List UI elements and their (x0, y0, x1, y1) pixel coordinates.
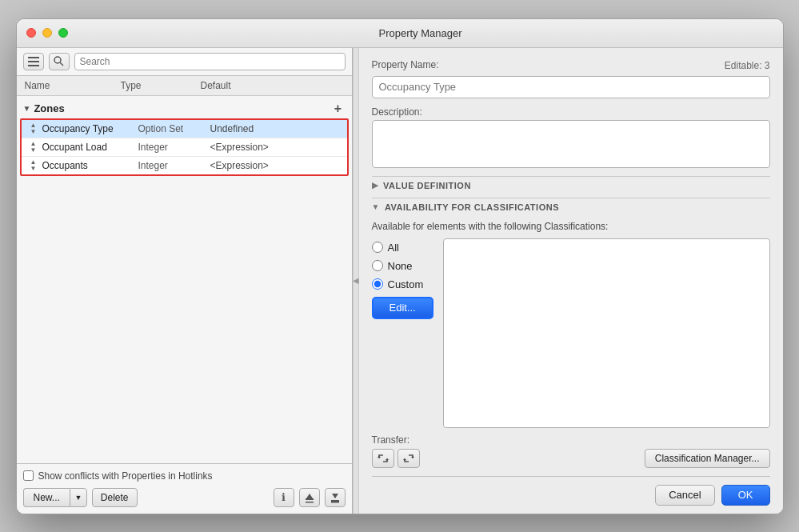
window-title: Property Manager (68, 27, 773, 39)
transfer-label: Transfer: (372, 434, 770, 446)
search-input[interactable] (74, 53, 346, 70)
svg-line-4 (60, 62, 63, 66)
property-type-cell: Integer (138, 160, 210, 171)
property-name-cell: Occupancy Type (42, 123, 138, 134)
description-textarea[interactable] (372, 120, 770, 168)
group-label: Zones (34, 102, 330, 114)
radio-none-label: None (388, 260, 413, 272)
show-conflicts-row: Show conflicts with Properties in Hotlin… (23, 470, 346, 482)
right-panel: Property Name: Editable: 3 Description: … (359, 48, 783, 514)
radio-edit-group: All None Custom Edit... (372, 238, 433, 428)
classifications-box (443, 238, 770, 428)
property-default-cell: Undefined (210, 123, 344, 134)
new-button-group: New... ▼ (23, 488, 87, 507)
svg-point-3 (54, 57, 61, 63)
radio-group: All None Custom (372, 238, 433, 290)
availability-layout: All None Custom Edit... (372, 238, 770, 428)
add-property-button[interactable]: + (331, 102, 346, 116)
property-manager-window: Property Manager (16, 18, 784, 514)
availability-arrow-icon: ▼ (372, 202, 380, 211)
transfer-up-left-button[interactable] (372, 449, 394, 468)
sort-arrows-icon: ▲ ▼ (25, 159, 42, 172)
cancel-button[interactable]: Cancel (655, 485, 714, 506)
sort-arrows-icon: ▲ ▼ (25, 141, 42, 154)
property-type-cell: Option Set (138, 123, 210, 134)
description-label: Description: (372, 106, 770, 118)
left-toolbar (17, 48, 352, 76)
property-name-input[interactable] (372, 76, 770, 98)
show-conflicts-label: Show conflicts with Properties in Hotlin… (38, 470, 213, 482)
availability-section-header[interactable]: ▼ AVAILABILITY FOR CLASSIFICATIONS (372, 198, 770, 216)
list-view-button[interactable] (23, 53, 44, 70)
maximize-button[interactable] (58, 28, 68, 38)
import-button[interactable] (299, 488, 320, 507)
table-row[interactable]: ▲ ▼ Occupant Load Integer <Expression> (22, 138, 347, 157)
search-toggle-button[interactable] (49, 53, 70, 70)
svg-rect-9 (331, 502, 339, 503)
edit-button[interactable]: Edit... (372, 297, 433, 319)
value-definition-section[interactable]: ▶ VALUE DEFINITION (372, 176, 770, 194)
radio-none-input[interactable] (372, 260, 383, 271)
delete-button[interactable]: Delete (92, 488, 138, 507)
panel-divider: ◀ (353, 48, 359, 514)
classification-manager-button[interactable]: Classification Manager... (645, 449, 770, 468)
transfer-down-right-button[interactable] (398, 449, 420, 468)
zones-group-row[interactable]: ▼ Zones + (17, 99, 352, 118)
sort-arrows-icon: ▲ ▼ (25, 122, 42, 135)
property-name-cell: Occupants (42, 160, 138, 171)
titlebar: Property Manager (17, 19, 783, 48)
radio-all[interactable]: All (372, 242, 433, 254)
radio-none[interactable]: None (372, 260, 433, 272)
show-conflicts-checkbox[interactable] (23, 470, 34, 481)
name-column-header: Name (23, 78, 119, 94)
svg-rect-1 (28, 61, 39, 62)
property-type-cell: Integer (138, 142, 210, 153)
group-expand-arrow: ▼ (23, 104, 31, 113)
transfer-icons (372, 449, 420, 468)
new-dropdown-arrow[interactable]: ▼ (70, 488, 87, 507)
radio-custom-input[interactable] (372, 278, 383, 290)
editable-count: Editable: 3 (725, 60, 770, 71)
radio-all-label: All (388, 242, 399, 254)
radio-all-input[interactable] (372, 242, 383, 253)
svg-rect-5 (306, 498, 314, 500)
tree-area: ▼ Zones + ▲ ▼ Occupancy Type Option Set (17, 96, 352, 463)
availability-section: Available for elements with the followin… (372, 221, 770, 428)
property-name-row: Property Name: Editable: 3 (372, 59, 770, 73)
table-row[interactable]: ▲ ▼ Occupancy Type Option Set Undefined (22, 120, 347, 138)
bottom-buttons: New... ▼ Delete ℹ (23, 488, 346, 507)
property-name-label: Property Name: (372, 59, 439, 70)
left-bottom: Show conflicts with Properties in Hotlin… (17, 463, 352, 514)
ok-button[interactable]: OK (721, 485, 770, 506)
property-name-cell: Occupant Load (42, 142, 138, 153)
table-row[interactable]: ▲ ▼ Occupants Integer <Expression> (22, 157, 347, 174)
radio-custom-label: Custom (388, 278, 424, 290)
divider-arrow-icon: ◀ (353, 276, 359, 285)
info-button[interactable]: ℹ (274, 488, 294, 507)
svg-rect-8 (331, 500, 339, 502)
svg-marker-10 (332, 494, 338, 498)
transfer-row: Classification Manager... (372, 449, 770, 468)
availability-description: Available for elements with the followin… (372, 221, 770, 232)
export-button[interactable] (325, 488, 346, 507)
radio-custom[interactable]: Custom (372, 278, 433, 290)
column-headers: Name Type Default (17, 76, 352, 96)
availability-label: AVAILABILITY FOR CLASSIFICATIONS (385, 202, 559, 212)
default-column-header: Default (199, 78, 295, 94)
transfer-section: Transfer: (372, 434, 770, 468)
main-content: Name Type Default ▼ Zones + (17, 48, 783, 514)
extra-column-header (295, 78, 346, 94)
minimize-button[interactable] (42, 28, 52, 38)
traffic-lights (26, 28, 68, 38)
property-default-cell: <Expression> (210, 160, 344, 171)
value-def-arrow-icon: ▶ (372, 181, 379, 190)
bottom-row: Cancel OK (372, 476, 770, 506)
properties-container: ▲ ▼ Occupancy Type Option Set Undefined … (20, 118, 349, 176)
type-column-header: Type (119, 78, 199, 94)
value-definition-label: VALUE DEFINITION (383, 181, 471, 190)
svg-marker-7 (306, 494, 313, 498)
property-default-cell: <Expression> (210, 142, 344, 153)
new-button[interactable]: New... (23, 488, 70, 507)
close-button[interactable] (26, 28, 36, 38)
svg-rect-0 (28, 57, 39, 58)
